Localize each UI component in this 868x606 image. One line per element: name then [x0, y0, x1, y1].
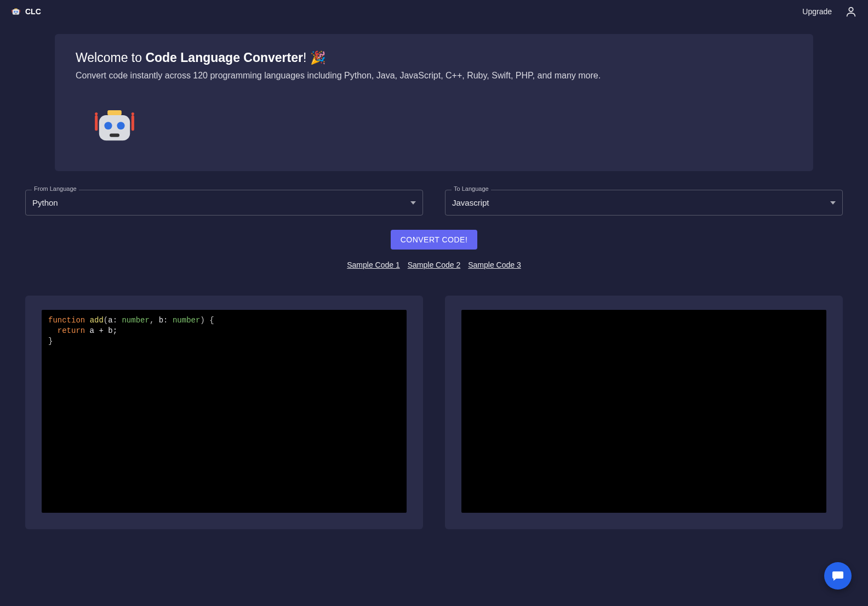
output-code-panel [445, 296, 843, 529]
from-language-value: Python [32, 198, 58, 207]
to-language-value: Javascript [452, 198, 489, 207]
welcome-title: Welcome to Code Language Converter! 🎉 [76, 50, 792, 65]
chat-icon [831, 569, 844, 582]
sample-code-3-link[interactable]: Sample Code 3 [468, 260, 521, 269]
welcome-suffix: ! 🎉 [303, 50, 326, 65]
upgrade-link[interactable]: Upgrade [802, 7, 832, 16]
svg-point-7 [849, 8, 853, 12]
sample-code-1-link[interactable]: Sample Code 1 [347, 260, 400, 269]
svg-point-10 [104, 122, 112, 129]
input-code-panel: function add(a: number, b: number) { ret… [25, 296, 423, 529]
code-token: ) { [200, 316, 214, 325]
to-language-select[interactable]: Javascript [445, 190, 843, 216]
welcome-subtitle: Convert code instantly across 120 progra… [76, 71, 792, 81]
code-token: a [108, 316, 112, 325]
svg-point-11 [117, 122, 124, 129]
code-token: return [48, 326, 85, 335]
convert-button[interactable]: CONVERT CODE! [391, 230, 478, 250]
code-token: } [48, 337, 53, 346]
code-panels-row: function add(a: number, b: number) { ret… [25, 296, 843, 529]
svg-rect-12 [110, 133, 119, 137]
to-language-field: To Language Javascript [445, 190, 843, 216]
svg-rect-13 [95, 115, 98, 131]
svg-point-2 [14, 11, 15, 13]
user-icon[interactable] [845, 5, 857, 18]
code-token: number [173, 316, 200, 325]
welcome-card: Welcome to Code Language Converter! 🎉 Co… [55, 34, 813, 171]
code-token: function [48, 316, 85, 325]
robot-icon [11, 7, 21, 16]
app-header: CLC Upgrade [0, 0, 868, 23]
language-selectors-row: From Language Python To Language Javascr… [25, 190, 843, 216]
svg-rect-15 [132, 115, 134, 131]
convert-row: CONVERT CODE! [0, 230, 868, 250]
svg-point-3 [16, 11, 18, 13]
code-token: b [159, 316, 163, 325]
from-language-field: From Language Python [25, 190, 423, 216]
to-language-label: To Language [452, 185, 491, 192]
svg-rect-5 [12, 10, 12, 13]
svg-point-14 [95, 112, 98, 115]
chevron-down-icon [830, 201, 836, 205]
svg-rect-1 [14, 8, 18, 9]
code-token: ( [104, 316, 108, 325]
welcome-strong: Code Language Converter [145, 50, 303, 65]
svg-rect-9 [107, 110, 122, 115]
code-token: number [122, 316, 149, 325]
input-code-editor[interactable]: function add(a: number, b: number) { ret… [42, 310, 407, 513]
from-language-select[interactable]: Python [25, 190, 423, 216]
robot-illustration [76, 103, 792, 148]
code-token: add [90, 316, 104, 325]
svg-point-16 [132, 112, 134, 115]
sample-code-2-link[interactable]: Sample Code 2 [408, 260, 461, 269]
from-language-label: From Language [32, 185, 79, 192]
brand-text: CLC [25, 7, 41, 16]
code-token: : [113, 316, 122, 325]
output-code-editor[interactable] [461, 310, 826, 513]
code-token: a + b; [85, 326, 117, 335]
welcome-prefix: Welcome to [76, 50, 145, 65]
brand[interactable]: CLC [11, 7, 41, 16]
svg-rect-6 [19, 10, 20, 13]
samples-row: Sample Code 1 Sample Code 2 Sample Code … [0, 260, 868, 269]
svg-rect-4 [15, 13, 16, 14]
chat-fab[interactable] [824, 562, 852, 590]
chevron-down-icon [410, 201, 416, 205]
code-token: : [163, 316, 173, 325]
header-right: Upgrade [802, 5, 857, 18]
code-token: , [150, 316, 159, 325]
